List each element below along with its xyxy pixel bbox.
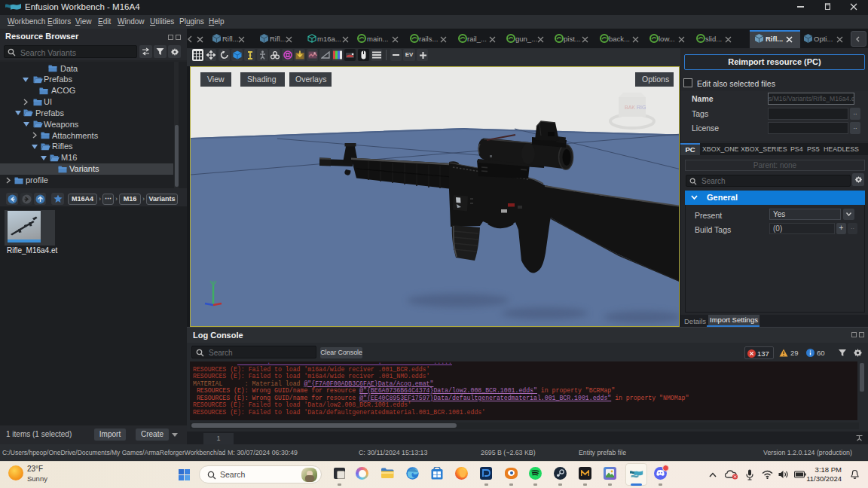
svg-text:Options: Options bbox=[642, 75, 669, 84]
svg-text:View: View bbox=[207, 75, 225, 84]
svg-text:Shading: Shading bbox=[247, 75, 277, 84]
svg-text:RIG: RIG bbox=[637, 105, 646, 110]
svg-text:BAK: BAK bbox=[625, 105, 635, 110]
svg-text:Overlays: Overlays bbox=[295, 75, 326, 84]
